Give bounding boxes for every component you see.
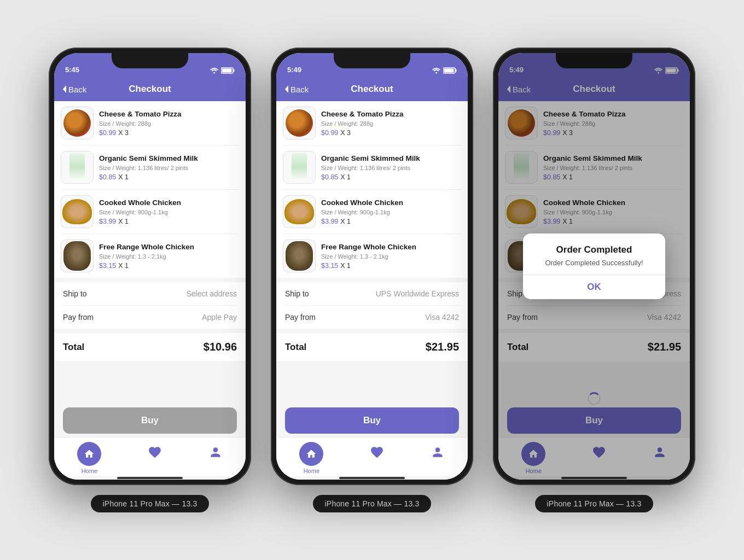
item-size: Size / Weight: 900g-1.1kg <box>321 209 461 215</box>
ship-row[interactable]: Ship to UPS Worldwide Express <box>285 282 459 306</box>
buy-button[interactable]: Buy <box>63 407 237 434</box>
home-bar <box>276 476 468 480</box>
nav-bar: Back Checkout <box>276 77 468 101</box>
tab-favorites[interactable] <box>148 442 162 462</box>
home-bar <box>54 476 246 480</box>
item-info: Free Range Whole Chicken Size / Weight: … <box>99 242 239 270</box>
content-area: Cheese & Tomato Pizza Size / Weight: 288… <box>54 101 246 480</box>
tab-profile[interactable] <box>208 442 223 462</box>
heart-icon <box>148 445 162 459</box>
item-image-chicken <box>283 195 316 228</box>
item-price-row: $0.99 X 3 <box>321 129 461 137</box>
item-image-pizza <box>283 107 316 139</box>
item-info: Cooked Whole Chicken Size / Weight: 900g… <box>99 198 239 225</box>
item-size: Size / Weight: 288g <box>321 120 461 127</box>
ship-row[interactable]: Ship to Select address <box>63 282 237 306</box>
heart-icon-container <box>370 445 384 462</box>
notch <box>112 53 188 68</box>
battery-icon <box>221 67 235 74</box>
tab-home[interactable]: Home <box>299 442 323 474</box>
home-indicator <box>339 477 405 479</box>
item-qty: X 1 <box>340 262 351 270</box>
buy-button[interactable]: Buy <box>285 407 459 434</box>
home-icon <box>306 448 317 459</box>
pay-label: Pay from <box>285 313 316 322</box>
pay-label: Pay from <box>63 313 94 322</box>
phone-2: 5:49 Back Checkout Cheese & Tomato Pizza… <box>271 48 473 485</box>
item-size: Size / Weight: 1.3 - 2.1kg <box>321 253 461 260</box>
tab-home-label: Home <box>304 468 319 474</box>
item-name: Free Range Whole Chicken <box>99 242 239 252</box>
phone-wrapper-2: 5:49 Back Checkout Cheese & Tomato Pizza… <box>271 48 473 512</box>
table-row: Cooked Whole Chicken Size / Weight: 900g… <box>61 190 239 234</box>
item-name: Organic Semi Skimmed Milk <box>99 154 239 164</box>
back-button[interactable]: Back <box>284 85 309 94</box>
item-price-row: $0.85 X 1 <box>99 173 239 181</box>
total-label: Total <box>285 342 306 353</box>
item-price: $3.99 <box>99 218 116 225</box>
back-label: Back <box>290 85 309 94</box>
nav-bar: Back Checkout <box>54 77 246 101</box>
item-image-whole-chicken <box>283 240 316 272</box>
item-price: $0.85 <box>321 173 338 181</box>
battery-icon <box>443 67 457 74</box>
total-row: Total $10.96 <box>54 333 246 361</box>
person-icon <box>431 445 445 459</box>
item-qty: X 1 <box>340 218 351 225</box>
pay-row[interactable]: Pay from Apple Pay <box>63 306 237 329</box>
back-chevron-icon <box>62 85 67 94</box>
item-info: Organic Semi Skimmed Milk Size / Weight:… <box>99 154 239 181</box>
item-name: Cheese & Tomato Pizza <box>321 109 461 119</box>
table-row: Cooked Whole Chicken Size / Weight: 900g… <box>283 190 461 234</box>
dialog-title: Order Completed <box>532 244 656 255</box>
item-price: $0.85 <box>99 173 116 181</box>
tab-bar: Home <box>54 437 246 476</box>
total-value: $10.96 <box>204 341 237 353</box>
item-name: Cooked Whole Chicken <box>99 198 239 208</box>
item-price-row: $0.99 X 3 <box>99 129 239 137</box>
buy-section: Buy <box>54 403 246 437</box>
dialog-ok-button[interactable]: OK <box>523 275 665 299</box>
item-image-milk <box>283 151 316 184</box>
phone-wrapper-3: 5:49 Back Checkout Cheese & Tomato Pizza… <box>493 48 695 512</box>
item-price-row: $3.15 X 1 <box>99 262 239 270</box>
item-price: $3.15 <box>321 262 338 270</box>
item-qty: X 1 <box>340 173 351 181</box>
dialog-content: Order Completed Order Completed Successf… <box>523 234 665 275</box>
table-row: Cheese & Tomato Pizza Size / Weight: 288… <box>283 101 461 145</box>
item-price: $3.99 <box>321 218 338 225</box>
tab-bar: Home <box>276 437 468 476</box>
item-name: Cheese & Tomato Pizza <box>99 109 239 119</box>
summary-section: Ship to Select address Pay from Apple Pa… <box>54 282 246 329</box>
tab-home-label: Home <box>82 468 97 474</box>
ship-label: Ship to <box>285 289 309 298</box>
ship-label: Ship to <box>63 289 87 298</box>
item-info: Cheese & Tomato Pizza Size / Weight: 288… <box>99 109 239 137</box>
back-chevron-icon <box>284 85 289 94</box>
back-button[interactable]: Back <box>62 85 86 94</box>
item-qty: X 3 <box>340 129 351 137</box>
item-qty: X 1 <box>118 173 129 181</box>
tab-profile[interactable] <box>431 442 445 462</box>
wifi-icon <box>210 67 218 74</box>
item-info: Cooked Whole Chicken Size / Weight: 900g… <box>321 198 461 225</box>
ship-value: UPS Worldwide Express <box>376 289 459 298</box>
item-price-row: $0.85 X 1 <box>321 173 461 181</box>
item-size: Size / Weight: 1.3 - 2.1kg <box>99 253 239 260</box>
item-qty: X 1 <box>118 218 129 225</box>
tab-favorites[interactable] <box>370 442 384 462</box>
item-info: Cheese & Tomato Pizza Size / Weight: 288… <box>321 109 461 137</box>
item-image-chicken <box>61 195 94 228</box>
pay-row[interactable]: Pay from Visa 4242 <box>285 306 459 329</box>
item-size: Size / Weight: 1.136 litres/ 2 pints <box>99 165 239 171</box>
home-circle <box>299 442 323 466</box>
tab-home[interactable]: Home <box>77 442 101 474</box>
heart-icon-container <box>148 445 162 462</box>
table-row: Free Range Whole Chicken Size / Weight: … <box>61 234 239 278</box>
item-name: Free Range Whole Chicken <box>321 242 461 252</box>
svg-rect-4 <box>456 69 457 72</box>
home-circle <box>77 442 101 466</box>
status-icons <box>210 67 235 75</box>
table-row: Organic Semi Skimmed Milk Size / Weight:… <box>283 145 461 190</box>
ship-value: Select address <box>186 289 237 298</box>
